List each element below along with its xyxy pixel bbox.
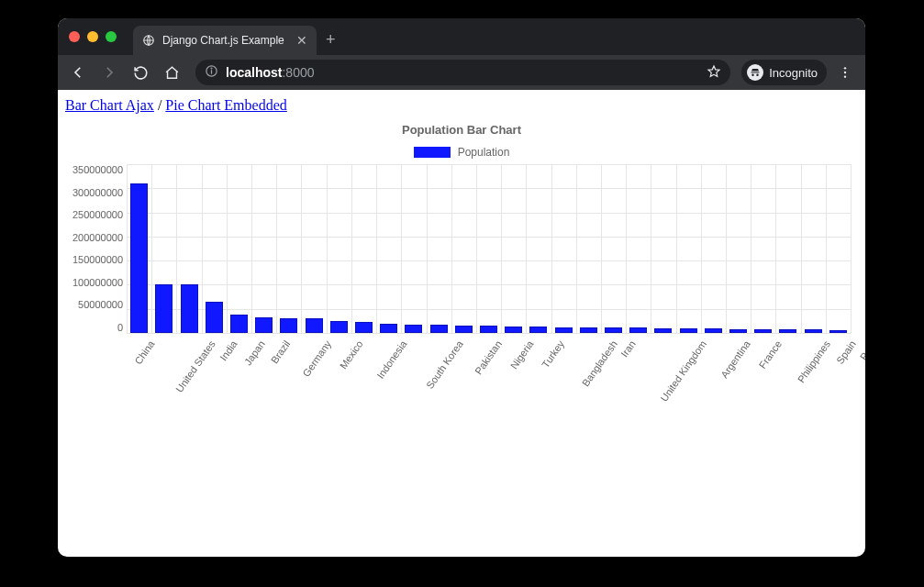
address-bar[interactable]: localhost:8000 [195,60,730,85]
bar[interactable] [829,330,847,333]
link-bar-chart-ajax[interactable]: Bar Chart Ajax [65,97,154,113]
x-tick-label: Nigeria [508,338,536,371]
x-tick-label: France [756,338,783,371]
incognito-icon [747,64,763,81]
bar-slot [551,164,576,333]
x-tick-label: Germany [300,338,333,379]
forward-button[interactable] [96,60,122,85]
link-pie-chart-embedded[interactable]: Pie Chart Embedded [165,97,286,113]
bar-slot [601,164,626,333]
x-tick-label: Mexico [338,338,365,371]
legend-label: Population [458,146,510,159]
bar-slot [401,164,426,333]
minimize-window-button[interactable] [87,31,98,42]
bar[interactable] [555,327,573,333]
x-tick-label: Spain [834,338,858,366]
browser-tab[interactable]: Django Chart.js Example ✕ [133,26,317,55]
bar[interactable] [155,284,173,333]
x-tick-label: United Kingdom [659,338,709,404]
bar[interactable] [605,327,622,333]
y-axis: 3500000003000000002500000002000000001500… [72,164,127,333]
bar[interactable] [430,325,448,333]
new-tab-button[interactable]: + [326,30,336,50]
nav-separator: / [154,97,165,113]
home-button[interactable] [159,60,184,85]
incognito-badge[interactable]: Incognito [741,60,827,85]
browser-window: Django Chart.js Example ✕ + localhost:80… [58,18,865,557]
y-tick-label: 200000000 [72,232,123,243]
url-host: localhost [226,65,282,80]
bar[interactable] [654,328,672,333]
chart-legend[interactable]: Population [65,146,858,159]
incognito-label: Incognito [769,66,818,80]
bar[interactable] [405,325,422,333]
bar[interactable] [206,302,223,333]
bar[interactable] [380,324,397,334]
toolbar: localhost:8000 Incognito [58,55,865,90]
legend-swatch [414,147,451,158]
y-tick-label: 100000000 [72,277,123,288]
bar-slot [651,164,675,333]
x-tick-label: Bangladesh [580,338,619,388]
bar[interactable] [705,328,722,333]
bar[interactable] [729,329,747,333]
x-tick-label: South Korea [424,338,465,391]
info-icon [205,64,218,81]
bar-slot [701,164,726,333]
bar-slot [626,164,651,333]
bar[interactable] [330,321,348,333]
x-tick-label: Japan [241,338,266,367]
bar-slot [151,164,176,333]
chart-title: Population Bar Chart [65,123,858,137]
bar-slot [251,164,276,333]
bar[interactable] [805,329,822,333]
bar[interactable] [480,326,497,333]
y-tick-label: 50000000 [78,299,123,310]
bar[interactable] [355,322,373,333]
bar-slot [351,164,376,333]
reload-button[interactable] [128,60,153,85]
bar-slot [501,164,526,333]
bar-slot [327,164,351,333]
x-tick-label: United States [173,338,217,394]
chart-plot: 3500000003000000002500000002000000001500… [72,164,858,333]
tab-strip: Django Chart.js Example ✕ + [58,18,865,55]
bar[interactable] [529,327,547,333]
y-tick-label: 300000000 [72,187,123,198]
bar[interactable] [505,327,522,333]
bar[interactable] [779,329,796,333]
bar[interactable] [255,317,273,333]
bar[interactable] [680,328,697,333]
close-window-button[interactable] [69,31,80,42]
bar-slot [301,164,326,333]
bar-slot [676,164,701,333]
plot-area [127,164,851,333]
bar-slot [801,164,826,333]
maximize-window-button[interactable] [106,31,117,42]
bar[interactable] [181,284,198,333]
x-tick-label: Brazil [268,338,292,365]
x-tick-label: Indonesia [375,338,409,381]
close-tab-icon[interactable]: ✕ [296,33,307,48]
bar-slot [176,164,201,333]
bar[interactable] [280,318,297,333]
bar-slot [476,164,501,333]
bar[interactable] [230,315,248,333]
bar[interactable] [306,318,323,333]
url-text: localhost:8000 [226,65,315,80]
bar[interactable] [130,183,148,333]
x-tick-label: Peru [858,338,865,362]
back-button[interactable] [65,60,91,85]
x-tick-label: Argentina [718,338,752,380]
menu-button[interactable] [832,60,858,85]
bar[interactable] [629,327,647,333]
bar-slot [127,164,151,333]
bar[interactable] [580,327,597,333]
bar-slot [202,164,227,333]
window-controls [69,31,117,42]
bar[interactable] [455,326,473,333]
star-icon[interactable] [707,64,721,82]
tab-title: Django Chart.js Example [162,34,289,47]
bar[interactable] [754,329,772,333]
bar-slot [276,164,301,333]
